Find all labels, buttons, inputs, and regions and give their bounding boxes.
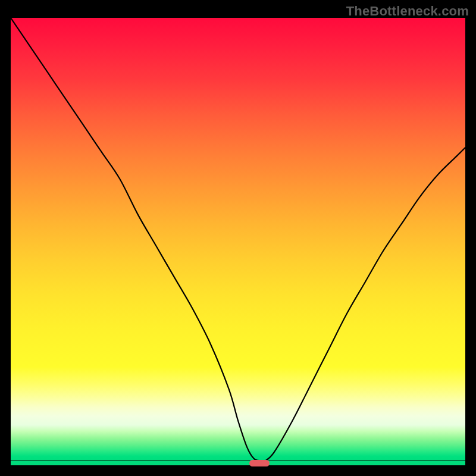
chart-frame: TheBottleneck.com xyxy=(0,0,476,476)
minimum-marker xyxy=(249,460,270,466)
bottleneck-curve xyxy=(11,18,465,465)
watermark-text: TheBottleneck.com xyxy=(346,4,469,19)
plot-area xyxy=(11,18,465,465)
baseline xyxy=(11,461,465,462)
